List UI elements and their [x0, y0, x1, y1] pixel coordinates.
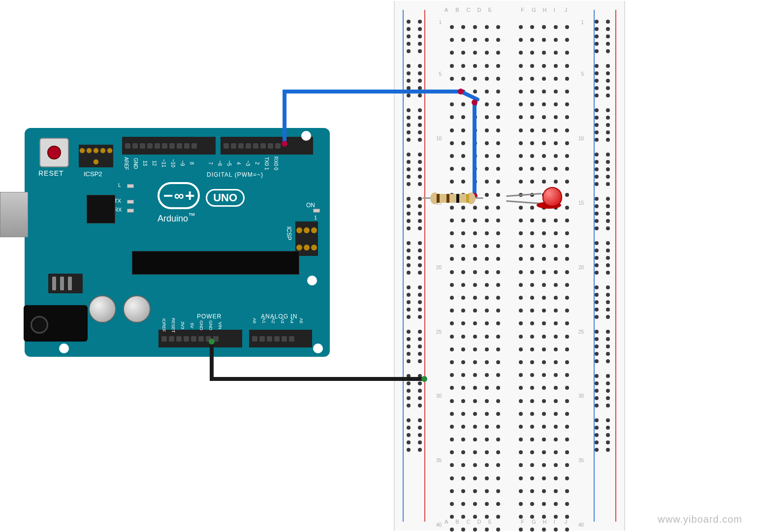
breadboard-main-grid: ABCDEFGHIJ ABCDEFGHIJ 1510152025303540 1… — [444, 7, 575, 525]
tm-text: ™ — [188, 211, 195, 219]
capacitor-1 — [89, 295, 116, 323]
mount-hole — [313, 344, 323, 353]
analog-header[interactable] — [249, 330, 312, 347]
reset-button[interactable] — [39, 138, 69, 167]
icsp-pin1-label: 1 — [314, 215, 317, 220]
row-labels-left: 1510152025303540 — [436, 21, 442, 527]
red-led-component — [539, 187, 562, 209]
on-led-label: ON — [306, 202, 315, 209]
atmega328p-chip — [132, 251, 299, 275]
right-power-rail — [590, 10, 617, 522]
breadboard: ABCDEFGHIJ ABCDEFGHIJ 1510152025303540 1… — [394, 1, 625, 531]
atmega-chip-small — [87, 195, 115, 223]
mount-hole — [307, 276, 317, 285]
power-pin-labels: IOREFRESET3V35VGNDGNDVIN — [160, 318, 222, 333]
led-L-indicator — [127, 184, 134, 188]
resistor-component — [433, 194, 473, 203]
voltage-regulator — [48, 274, 83, 293]
col-labels-top: ABCDEFGHIJ — [444, 7, 575, 13]
top-pin-labels: AREFGND1312~11~10~987~6~54~32TX0 1RX0 0 — [123, 156, 279, 170]
icsp2-header — [79, 145, 113, 167]
arduino-logo: −∞+ UNO Arduino™ — [158, 182, 245, 224]
rail-positive-line — [424, 10, 425, 522]
analog-pin-labels: A0A1A2A3A4A5 — [251, 318, 304, 323]
reset-label: RESET — [38, 169, 64, 177]
led-L-label: L — [118, 182, 121, 188]
capacitor-2 — [123, 295, 151, 323]
dc-power-jack[interactable] — [24, 305, 88, 342]
logo-plus: + — [185, 186, 194, 205]
mount-hole — [59, 344, 69, 353]
row-labels-right: 1510152025303540 — [578, 21, 584, 527]
left-power-rail — [402, 10, 429, 522]
grid-right-half[interactable] — [515, 21, 573, 532]
brand-text: Arduino — [158, 214, 188, 223]
led-RX-label: RX — [114, 207, 122, 213]
led-RX-indicator — [127, 209, 134, 213]
arduino-uno-board: RESET ICSP2 DIGITAL (PWM=~) AREFGND1312~… — [25, 128, 330, 357]
icsp-label: ICSP — [286, 226, 292, 240]
on-led-indicator — [313, 209, 320, 213]
digital-header-right[interactable] — [221, 137, 313, 155]
led-TX-label: TX — [114, 198, 121, 204]
icsp2-label: ICSP2 — [84, 170, 102, 178]
rail-positive-line — [615, 10, 616, 522]
grid-left-half[interactable] — [446, 21, 504, 532]
uno-label: UNO — [206, 189, 245, 207]
led-TX-indicator — [127, 200, 134, 204]
watermark-text: www.yiboard.com — [658, 514, 742, 525]
digital-pwm-label: DIGITAL (PWM=~) — [207, 171, 263, 178]
digital-header-left[interactable] — [122, 137, 216, 155]
rail-negative-line — [403, 10, 404, 522]
logo-minus: − — [163, 186, 172, 205]
mount-hole — [301, 131, 311, 141]
